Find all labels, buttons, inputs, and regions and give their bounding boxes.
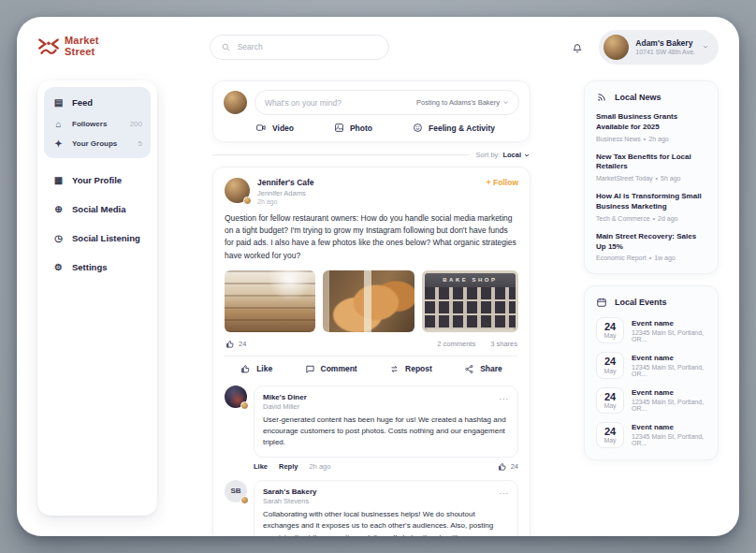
event-name: Event name	[632, 319, 706, 327]
search-input[interactable]	[238, 42, 378, 51]
event-item[interactable]: 24 May Event name 12345 Main St, Portlan…	[596, 422, 706, 448]
post-photo-bakery-counter[interactable]	[225, 270, 315, 332]
owner-badge	[243, 196, 252, 205]
owner-badge	[240, 401, 249, 410]
bake-shop-shelves	[425, 287, 516, 329]
event-item[interactable]: 24 May Event name 12345 Main St, Portlan…	[596, 387, 706, 414]
post-photo-bake-shop[interactable]: BAKE SHOP	[422, 270, 518, 332]
top-header: Market Street Adam's Bakery 10741	[17, 17, 739, 77]
comment-business-name[interactable]: Sarah's Bakery	[263, 488, 509, 496]
event-item[interactable]: 24 May Event name 12345 Main St, Portlan…	[596, 352, 706, 378]
thumbs-up-icon	[498, 462, 507, 472]
calendar-icon	[596, 297, 607, 308]
account-address: 10741 SW 48th Ave.	[635, 49, 695, 55]
smiley-icon	[413, 123, 423, 133]
news-time: 2h ago	[648, 136, 668, 142]
account-name: Adam's Bakery	[635, 38, 695, 48]
comment-item: SB Sarah's Bakery Sarah Stevens Collabor…	[225, 480, 518, 536]
news-time: 5h ago	[661, 175, 680, 182]
comment-business-name[interactable]: Mike's Diner	[263, 393, 509, 401]
event-item[interactable]: 24 May Event name 12345 Main St, Portlan…	[596, 317, 706, 343]
news-item[interactable]: How AI is Transforming Small Business Ma…	[596, 192, 706, 222]
news-item[interactable]: Small Business Grants Available for 2025…	[596, 112, 706, 142]
account-switcher[interactable]: Adam's Bakery 10741 SW 48th Ave.	[599, 30, 719, 65]
right-sidebar: Local News Small Business Grants Availab…	[584, 80, 719, 536]
news-item[interactable]: Main Street Recovery: Sales Up 15% Econo…	[596, 232, 706, 262]
event-address: 12345 Main St, Portland, OR...	[632, 433, 706, 446]
post-photo-bread-display[interactable]	[323, 270, 414, 332]
composer-input-wrap[interactable]: Posting to Adams's Bakery	[254, 90, 519, 115]
sidebar-item-social-listening[interactable]: ◷ Social Listening	[44, 224, 151, 253]
like-button[interactable]: Like	[240, 364, 272, 374]
bake-shop-sign: BAKE SHOP	[425, 273, 516, 287]
left-sidebar: ▤ Feed ⌂ Followers 200 ✦ Your Groups 5 ▦…	[37, 80, 157, 516]
social-media-icon: ⊕	[52, 204, 65, 214]
comment-like-count-group[interactable]: 24	[498, 462, 518, 472]
feeling-activity-button[interactable]: Feeling & Activity	[413, 123, 495, 133]
event-name: Event name	[632, 388, 706, 397]
event-name: Event name	[632, 423, 706, 431]
post-photo-grid: BAKE SHOP	[225, 270, 518, 332]
comment-menu-icon[interactable]: ...	[499, 392, 509, 401]
search-bar[interactable]	[210, 35, 389, 60]
owner-badge	[240, 496, 249, 504]
sidebar-item-your-groups[interactable]: ✦ Your Groups 5	[50, 134, 145, 153]
follow-button[interactable]: + Follow	[487, 178, 518, 205]
comment-author-avatar[interactable]	[225, 386, 247, 408]
post-business-name[interactable]: Jennifer's Cafe	[257, 178, 314, 187]
composer-input[interactable]	[265, 98, 411, 108]
followers-count: 200	[130, 120, 142, 128]
like-count-group[interactable]: 24	[225, 340, 246, 349]
local-events-panel: Local Events 24 May Event name 12345 Mai…	[584, 285, 719, 459]
sidebar-item-social-media[interactable]: ⊕ Social Media	[44, 195, 151, 224]
like-count: 24	[239, 340, 246, 348]
comments-count[interactable]: 2 comments	[437, 340, 475, 348]
posting-to-selector[interactable]: Posting to Adams's Bakery	[416, 98, 509, 107]
news-item[interactable]: New Tax Benefits for Local Retailers Mar…	[596, 153, 706, 182]
local-news-panel: Local News Small Business Grants Availab…	[584, 80, 719, 274]
groups-count: 5	[138, 139, 142, 148]
photo-button[interactable]: Photo	[334, 123, 372, 133]
profile-icon: ▦	[52, 175, 65, 185]
sidebar-item-your-profile[interactable]: ▦ Your Profile	[44, 166, 151, 195]
app-window: Market Street Adam's Bakery 10741	[17, 17, 739, 536]
comment-reply-link[interactable]: Reply	[279, 462, 298, 471]
comment-button[interactable]: Comment	[305, 364, 357, 374]
sidebar-item-feed[interactable]: ▤ Feed	[50, 92, 145, 114]
share-button[interactable]: Share	[464, 364, 502, 374]
sidebar-item-settings[interactable]: ⚙ Settings	[44, 253, 151, 282]
comment-item: Mike's Diner David Miller User-generated…	[225, 386, 518, 458]
post-author-avatar[interactable]	[225, 178, 250, 203]
post-stats-row: 24 2 comments 3 shares	[225, 340, 517, 349]
search-icon	[221, 42, 231, 52]
repost-button[interactable]: Repost	[389, 364, 432, 374]
comment-like-link[interactable]: Like	[254, 462, 268, 471]
news-source: Economic Report	[596, 255, 647, 261]
sort-label: Sort by:	[476, 151, 501, 159]
market-street-logo[interactable]: Market Street	[37, 36, 99, 57]
logo-icon	[37, 37, 60, 56]
local-events-title: Local Events	[615, 298, 667, 307]
comment-body: Collaborating with other local businesse…	[263, 509, 509, 536]
chevron-down-icon	[502, 99, 509, 106]
comment-bubble: Mike's Diner David Miller User-generated…	[254, 386, 518, 458]
feed-group: ▤ Feed ⌂ Followers 200 ✦ Your Groups 5	[44, 87, 151, 158]
sort-dropdown[interactable]: Local	[502, 151, 531, 159]
logo-text: Market Street	[65, 36, 99, 57]
post-action-bar: Like Comment	[225, 356, 518, 377]
shares-count[interactable]: 3 shares	[490, 340, 517, 348]
comment-menu-icon[interactable]: ...	[499, 487, 509, 496]
feed-column: Posting to Adams's Bakery	[212, 80, 531, 536]
video-button[interactable]: Video	[255, 123, 294, 133]
feed-post: Jennifer's Cafe Jennifer Adams 2h ago + …	[212, 167, 531, 536]
post-body-text: Question for fellow restaurant owners: H…	[225, 212, 518, 262]
sort-row: Sort by: Local	[212, 151, 531, 159]
post-composer: Posting to Adams's Bakery	[212, 80, 531, 142]
comment-timestamp: 2h ago	[309, 462, 330, 471]
video-icon	[255, 123, 267, 133]
groups-icon: ✦	[52, 138, 65, 149]
comment-author-avatar[interactable]: SB	[225, 480, 247, 502]
notifications-bell-icon[interactable]	[571, 40, 584, 54]
sidebar-item-followers[interactable]: ⌂ Followers 200	[50, 114, 145, 134]
local-news-title: Local News	[615, 93, 662, 102]
